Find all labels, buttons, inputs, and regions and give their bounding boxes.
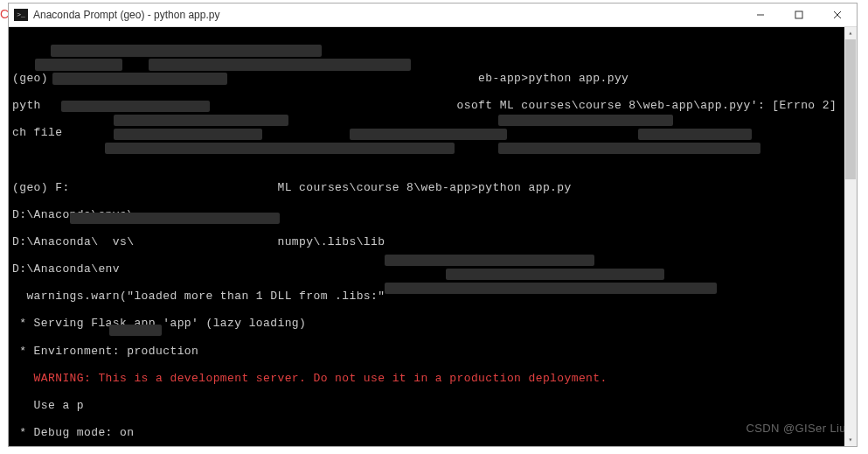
warning-line: WARNING: This is a development server. D…	[12, 372, 855, 386]
output-line: D:\Anaconda\ vs\ numpy\.libs\lib md64.dl…	[12, 235, 855, 249]
output-line	[12, 45, 855, 59]
output-line: * Serving Flask app 'app' (lazy loading)	[12, 317, 855, 331]
output-line: * Environment: production	[12, 345, 855, 359]
scrollbar[interactable]: ▴ ▾	[844, 27, 857, 446]
close-icon	[833, 10, 842, 19]
redaction	[149, 59, 411, 71]
svg-rect-1	[795, 11, 802, 18]
redaction	[498, 115, 673, 126]
terminal-body[interactable]: (geo) eb-app>python app.pyy pyth pen fil…	[9, 27, 857, 446]
scroll-up-button[interactable]: ▴	[844, 27, 857, 39]
output-line: D:\Anaconda\env win_amd64.dll	[12, 262, 855, 276]
scroll-down-button[interactable]: ▾	[844, 434, 857, 446]
output-line: (geo) eb-app>python app.pyy	[12, 72, 855, 86]
window-controls	[741, 3, 857, 26]
maximize-button[interactable]	[780, 3, 818, 26]
scroll-track[interactable]	[844, 39, 857, 434]
output-line: (geo) F: ML courses\course 8\web-app>pyt…	[12, 181, 855, 195]
output-line: * Debug mode: on	[12, 426, 855, 440]
output-line: warnings.warn("loaded more than 1 DLL fr…	[12, 290, 855, 304]
window-title: Anaconda Prompt (geo) - python app.py	[33, 9, 741, 21]
terminal-icon	[14, 9, 28, 21]
minimize-icon	[756, 10, 765, 19]
minimize-button[interactable]	[741, 3, 780, 26]
maximize-icon	[795, 10, 803, 19]
redaction	[105, 143, 455, 154]
output-line: pyth pen file 'F. osoft ML courses\cours…	[12, 99, 855, 113]
terminal-window: Anaconda Prompt (geo) - python app.py (g…	[8, 3, 858, 447]
output-line: ch file	[12, 126, 855, 140]
output-line	[12, 153, 855, 167]
output-line: D:\Anaconda\envs\ os:	[12, 208, 855, 222]
output-line: Use a p	[12, 399, 855, 413]
close-button[interactable]	[818, 3, 857, 26]
scroll-thumb[interactable]	[845, 39, 856, 179]
redaction	[114, 115, 288, 126]
titlebar[interactable]: Anaconda Prompt (geo) - python app.py	[9, 3, 857, 27]
redaction	[498, 143, 760, 154]
redaction	[35, 59, 122, 71]
